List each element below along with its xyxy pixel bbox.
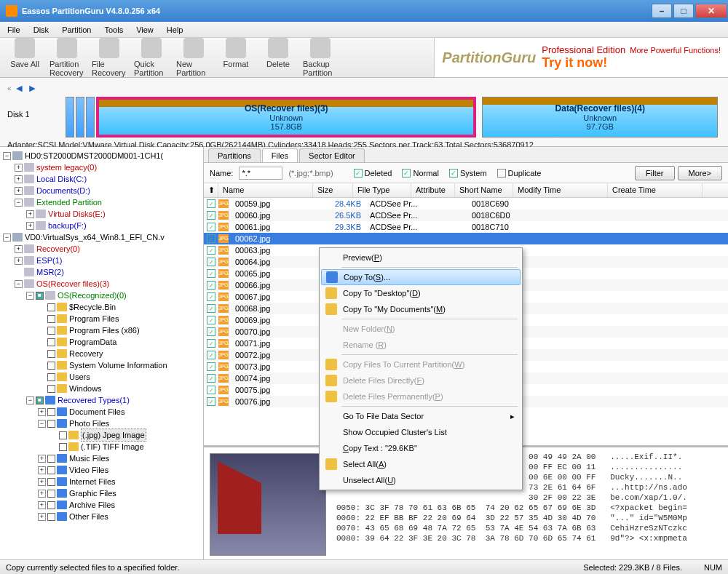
tree-toggle-icon[interactable]: − xyxy=(26,396,34,404)
menu-disk[interactable]: Disk xyxy=(33,25,49,34)
tree-checkbox[interactable] xyxy=(47,338,55,346)
tree-node[interactable]: +ESP(1) xyxy=(3,255,200,266)
context-menu-item[interactable]: Unselect All(U) xyxy=(321,472,521,488)
context-menu-item[interactable]: Copy To "My Documents"(M) xyxy=(321,301,521,317)
column-header[interactable]: Create Time xyxy=(608,183,703,197)
tree-node[interactable]: +Other Files xyxy=(3,511,200,522)
toolbar-save-all[interactable]: Save All xyxy=(7,38,42,77)
maximize-button[interactable]: □ xyxy=(673,4,694,18)
tree-checkbox[interactable] xyxy=(47,303,55,311)
close-button[interactable]: ✕ xyxy=(695,4,727,18)
tree-toggle-icon[interactable]: + xyxy=(38,513,46,521)
tree-checkbox[interactable] xyxy=(59,443,67,451)
toolbar-new-partition[interactable]: New Partition xyxy=(176,38,211,77)
tree-checkbox[interactable] xyxy=(47,420,55,428)
tree-toggle-icon[interactable]: + xyxy=(38,466,46,474)
tree-toggle-icon[interactable]: + xyxy=(15,245,23,253)
tree-node[interactable]: System Volume Information xyxy=(3,359,200,371)
file-checkbox[interactable]: ✓ xyxy=(207,292,215,301)
file-row[interactable]: ✓JPG00059.jpg28.4KBACDSee Pr...0018C690 xyxy=(204,198,728,210)
tree-checkbox[interactable] xyxy=(47,385,55,393)
file-checkbox[interactable]: ✓ xyxy=(207,351,215,359)
partition-stub[interactable] xyxy=(66,97,74,137)
tree-checkbox[interactable] xyxy=(47,327,55,335)
tree-checkbox[interactable] xyxy=(47,478,55,486)
context-menu-item[interactable]: Preview(P) xyxy=(321,250,521,266)
menu-help[interactable]: Help xyxy=(167,25,183,34)
file-checkbox[interactable]: ✓ xyxy=(207,304,215,313)
tab-files[interactable]: Files xyxy=(262,148,298,162)
toolbar-format[interactable]: Format xyxy=(218,38,253,77)
tree-node[interactable]: ProgramData xyxy=(3,336,200,348)
toolbar-partition-recovery[interactable]: Partition Recovery xyxy=(50,38,84,77)
file-checkbox[interactable]: ✓ xyxy=(207,269,215,278)
tree-toggle-icon[interactable]: + xyxy=(15,257,23,265)
tree-node[interactable]: Recovery xyxy=(3,348,200,359)
file-checkbox[interactable]: ✓ xyxy=(207,339,215,348)
banner[interactable]: PartitionGuru Professional Edition More … xyxy=(434,38,728,77)
tree-node[interactable]: +Documents(D:) xyxy=(3,185,200,196)
tree-toggle-icon[interactable]: − xyxy=(26,292,34,300)
tree-node[interactable]: −VD0:VirtualSys_x64_Win8.1_EFI_CN.v xyxy=(3,231,200,243)
tree-node[interactable]: $Recycle.Bin xyxy=(3,301,200,313)
tree-toggle-icon[interactable]: − xyxy=(15,280,23,288)
tree-node[interactable]: −Extended Partition xyxy=(3,196,200,208)
tree-toggle-icon[interactable]: − xyxy=(3,234,11,242)
tree-toggle-icon[interactable]: + xyxy=(38,455,46,463)
partition-stub[interactable] xyxy=(76,97,84,137)
tree-node[interactable]: Program Files xyxy=(3,313,200,324)
column-header[interactable]: Short Name xyxy=(455,183,513,197)
partition-stub[interactable] xyxy=(86,97,95,137)
tree-node[interactable]: Program Files (x86) xyxy=(3,324,200,336)
toolbar-quick-partition[interactable]: Quick Partition xyxy=(134,38,169,77)
tree-checkbox[interactable] xyxy=(47,501,55,509)
tree-toggle-icon[interactable]: + xyxy=(38,478,46,486)
name-input[interactable] xyxy=(239,167,282,180)
tree-toggle-icon[interactable]: + xyxy=(38,408,46,416)
tree-node[interactable]: +Document Files xyxy=(3,406,200,418)
tree-toggle-icon[interactable]: − xyxy=(15,199,23,207)
tree-checkbox[interactable] xyxy=(47,315,55,323)
tab-sector-editor[interactable]: Sector Editor xyxy=(299,148,365,162)
file-checkbox[interactable]: ✓ xyxy=(207,223,215,231)
context-menu-item[interactable]: Copy To "Desktop"(D) xyxy=(321,285,521,301)
tree-node[interactable]: Users xyxy=(3,371,200,383)
tree-toggle-icon[interactable]: + xyxy=(15,175,23,183)
context-menu-item[interactable]: Select All(A) xyxy=(321,456,521,472)
file-checkbox[interactable]: ✓ xyxy=(207,316,215,324)
tree-checkbox[interactable] xyxy=(47,350,55,358)
file-row[interactable]: ✓JPG00061.jpg29.3KBACDSee Pr...0018C710 xyxy=(204,221,728,233)
tree-node[interactable]: +system legacy(0) xyxy=(3,162,200,173)
tree-node[interactable]: −■OS(Recognized)(0) xyxy=(3,290,200,301)
column-header[interactable]: Size xyxy=(313,183,353,197)
file-checkbox[interactable]: ✓ xyxy=(207,374,215,383)
file-checkbox[interactable]: ✓ xyxy=(207,199,215,208)
tree-node[interactable]: +Virtual Disks(E:) xyxy=(3,208,200,220)
tree-checkbox[interactable] xyxy=(47,466,55,474)
tree-node[interactable]: −■Recovered Types(1) xyxy=(3,394,200,406)
file-checkbox[interactable]: ✓ xyxy=(207,362,215,371)
tree-toggle-icon[interactable]: + xyxy=(15,164,23,172)
tree-node[interactable]: +Internet Files xyxy=(3,476,200,487)
file-row[interactable]: ✓JPG00062.jpg xyxy=(204,233,728,244)
tab-partitions[interactable]: Partitions xyxy=(208,148,261,162)
tree-toggle-icon[interactable]: + xyxy=(26,210,34,218)
tree-checkbox[interactable] xyxy=(59,431,67,439)
context-menu-item[interactable]: Show Occupied Cluster's List xyxy=(321,424,521,440)
tree-toggle-icon[interactable]: − xyxy=(3,152,11,160)
file-checkbox[interactable]: ✓ xyxy=(207,234,215,243)
tree-node[interactable]: +Music Files xyxy=(3,453,200,464)
tree-node[interactable]: +Archive Files xyxy=(3,499,200,511)
tree-toggle-icon[interactable]: + xyxy=(38,501,46,509)
tree-node[interactable]: +backup(F:) xyxy=(3,220,200,231)
tree-checkbox[interactable]: ■ xyxy=(36,292,44,300)
toolbar-file-recovery[interactable]: File Recovery xyxy=(92,38,127,77)
tree-toggle-icon[interactable]: + xyxy=(15,187,23,195)
menu-view[interactable]: View xyxy=(136,25,154,34)
tree-node[interactable]: −HD0:ST2000DMST2000DM001-1CH1( xyxy=(3,150,200,162)
filter-button[interactable]: Filter xyxy=(635,166,674,180)
tree-node[interactable]: −OS(Recover files)(3) xyxy=(3,278,200,290)
tree-checkbox[interactable] xyxy=(47,490,55,498)
tree-node[interactable]: (.TIF) TIFF Image xyxy=(3,441,200,453)
toolbar-delete[interactable]: Delete xyxy=(261,38,296,77)
